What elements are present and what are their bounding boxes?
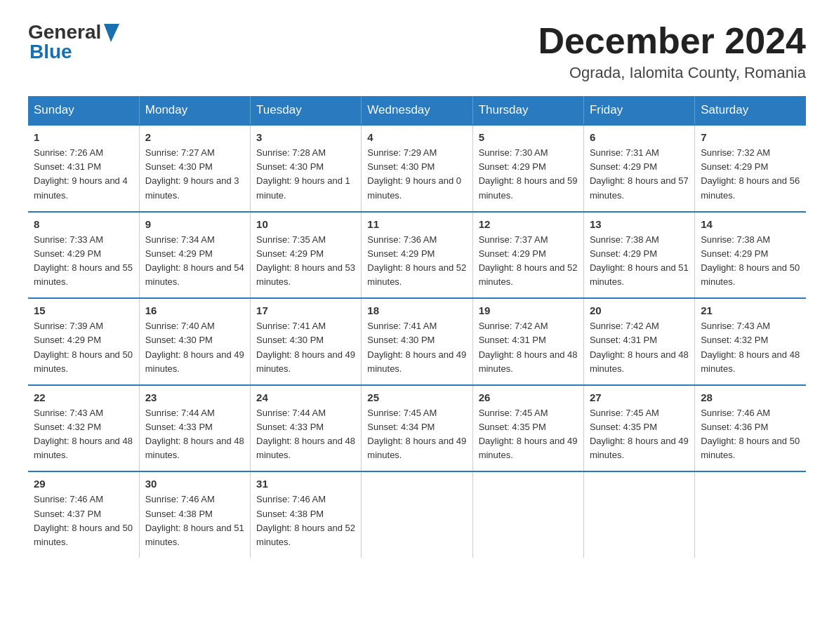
day-number: 25 bbox=[367, 391, 466, 403]
day-info: Sunrise: 7:42 AM Sunset: 4:31 PM Dayligh… bbox=[479, 319, 578, 376]
day-number: 14 bbox=[701, 218, 800, 230]
day-cell: 21 Sunrise: 7:43 AM Sunset: 4:32 PM Dayl… bbox=[695, 298, 806, 385]
day-number: 11 bbox=[367, 218, 466, 230]
day-cell: 4 Sunrise: 7:29 AM Sunset: 4:30 PM Dayli… bbox=[362, 125, 472, 212]
location-text: Ograda, Ialomita County, Romania bbox=[538, 64, 806, 82]
day-cell: 29 Sunrise: 7:46 AM Sunset: 4:37 PM Dayl… bbox=[28, 471, 139, 558]
day-number: 8 bbox=[34, 218, 133, 230]
header-friday: Friday bbox=[583, 96, 694, 125]
day-info: Sunrise: 7:35 AM Sunset: 4:29 PM Dayligh… bbox=[256, 233, 355, 290]
day-number: 18 bbox=[367, 304, 466, 316]
week-row-5: 29 Sunrise: 7:46 AM Sunset: 4:37 PM Dayl… bbox=[28, 471, 806, 558]
calendar-body: 1 Sunrise: 7:26 AM Sunset: 4:31 PM Dayli… bbox=[28, 125, 806, 558]
day-info: Sunrise: 7:37 AM Sunset: 4:29 PM Dayligh… bbox=[479, 233, 578, 290]
day-cell: 8 Sunrise: 7:33 AM Sunset: 4:29 PM Dayli… bbox=[28, 212, 139, 299]
day-number: 1 bbox=[34, 131, 133, 143]
day-cell: 12 Sunrise: 7:37 AM Sunset: 4:29 PM Dayl… bbox=[472, 212, 583, 299]
logo-arrow-icon bbox=[104, 24, 119, 42]
day-info: Sunrise: 7:26 AM Sunset: 4:31 PM Dayligh… bbox=[34, 146, 133, 203]
day-number: 13 bbox=[590, 218, 689, 230]
day-cell: 20 Sunrise: 7:42 AM Sunset: 4:31 PM Dayl… bbox=[583, 298, 694, 385]
day-cell bbox=[583, 471, 694, 558]
day-number: 29 bbox=[34, 478, 133, 490]
day-info: Sunrise: 7:45 AM Sunset: 4:35 PM Dayligh… bbox=[590, 406, 689, 463]
day-cell: 15 Sunrise: 7:39 AM Sunset: 4:29 PM Dayl… bbox=[28, 298, 139, 385]
day-cell: 1 Sunrise: 7:26 AM Sunset: 4:31 PM Dayli… bbox=[28, 125, 139, 212]
day-info: Sunrise: 7:39 AM Sunset: 4:29 PM Dayligh… bbox=[34, 319, 133, 376]
day-number: 23 bbox=[145, 391, 244, 403]
day-cell: 9 Sunrise: 7:34 AM Sunset: 4:29 PM Dayli… bbox=[139, 212, 250, 299]
day-number: 16 bbox=[145, 304, 244, 316]
day-cell: 23 Sunrise: 7:44 AM Sunset: 4:33 PM Dayl… bbox=[139, 385, 250, 472]
day-info: Sunrise: 7:43 AM Sunset: 4:32 PM Dayligh… bbox=[701, 319, 800, 376]
svg-marker-0 bbox=[104, 24, 119, 42]
day-cell: 6 Sunrise: 7:31 AM Sunset: 4:29 PM Dayli… bbox=[583, 125, 694, 212]
day-cell: 19 Sunrise: 7:42 AM Sunset: 4:31 PM Dayl… bbox=[472, 298, 583, 385]
day-info: Sunrise: 7:45 AM Sunset: 4:34 PM Dayligh… bbox=[367, 406, 466, 463]
calendar-table: SundayMondayTuesdayWednesdayThursdayFrid… bbox=[28, 96, 806, 558]
day-cell bbox=[472, 471, 583, 558]
day-info: Sunrise: 7:32 AM Sunset: 4:29 PM Dayligh… bbox=[701, 146, 800, 203]
day-info: Sunrise: 7:41 AM Sunset: 4:30 PM Dayligh… bbox=[367, 319, 466, 376]
day-info: Sunrise: 7:45 AM Sunset: 4:35 PM Dayligh… bbox=[479, 406, 578, 463]
day-info: Sunrise: 7:44 AM Sunset: 4:33 PM Dayligh… bbox=[256, 406, 355, 463]
day-info: Sunrise: 7:46 AM Sunset: 4:38 PM Dayligh… bbox=[145, 492, 244, 549]
week-row-2: 8 Sunrise: 7:33 AM Sunset: 4:29 PM Dayli… bbox=[28, 212, 806, 299]
logo: General Blue bbox=[28, 21, 119, 63]
day-info: Sunrise: 7:40 AM Sunset: 4:30 PM Dayligh… bbox=[145, 319, 244, 376]
day-cell: 13 Sunrise: 7:38 AM Sunset: 4:29 PM Dayl… bbox=[583, 212, 694, 299]
week-row-4: 22 Sunrise: 7:43 AM Sunset: 4:32 PM Dayl… bbox=[28, 385, 806, 472]
day-cell: 30 Sunrise: 7:46 AM Sunset: 4:38 PM Dayl… bbox=[139, 471, 250, 558]
day-info: Sunrise: 7:33 AM Sunset: 4:29 PM Dayligh… bbox=[34, 233, 133, 290]
day-info: Sunrise: 7:41 AM Sunset: 4:30 PM Dayligh… bbox=[256, 319, 355, 376]
header-row: SundayMondayTuesdayWednesdayThursdayFrid… bbox=[28, 96, 806, 125]
day-number: 17 bbox=[256, 304, 355, 316]
header-thursday: Thursday bbox=[472, 96, 583, 125]
day-cell: 26 Sunrise: 7:45 AM Sunset: 4:35 PM Dayl… bbox=[472, 385, 583, 472]
day-cell: 24 Sunrise: 7:44 AM Sunset: 4:33 PM Dayl… bbox=[251, 385, 362, 472]
day-number: 7 bbox=[701, 131, 800, 143]
day-cell: 28 Sunrise: 7:46 AM Sunset: 4:36 PM Dayl… bbox=[695, 385, 806, 472]
day-info: Sunrise: 7:38 AM Sunset: 4:29 PM Dayligh… bbox=[590, 233, 689, 290]
day-number: 2 bbox=[145, 131, 244, 143]
day-info: Sunrise: 7:42 AM Sunset: 4:31 PM Dayligh… bbox=[590, 319, 689, 376]
day-info: Sunrise: 7:34 AM Sunset: 4:29 PM Dayligh… bbox=[145, 233, 244, 290]
day-number: 3 bbox=[256, 131, 355, 143]
header-wednesday: Wednesday bbox=[362, 96, 472, 125]
day-number: 10 bbox=[256, 218, 355, 230]
day-number: 5 bbox=[479, 131, 578, 143]
day-info: Sunrise: 7:31 AM Sunset: 4:29 PM Dayligh… bbox=[590, 146, 689, 203]
day-cell: 22 Sunrise: 7:43 AM Sunset: 4:32 PM Dayl… bbox=[28, 385, 139, 472]
day-info: Sunrise: 7:36 AM Sunset: 4:29 PM Dayligh… bbox=[367, 233, 466, 290]
day-cell: 2 Sunrise: 7:27 AM Sunset: 4:30 PM Dayli… bbox=[139, 125, 250, 212]
day-cell: 16 Sunrise: 7:40 AM Sunset: 4:30 PM Dayl… bbox=[139, 298, 250, 385]
day-number: 30 bbox=[145, 478, 244, 490]
header-monday: Monday bbox=[139, 96, 250, 125]
day-number: 27 bbox=[590, 391, 689, 403]
header-saturday: Saturday bbox=[695, 96, 806, 125]
day-number: 20 bbox=[590, 304, 689, 316]
day-info: Sunrise: 7:46 AM Sunset: 4:36 PM Dayligh… bbox=[701, 406, 800, 463]
day-cell: 27 Sunrise: 7:45 AM Sunset: 4:35 PM Dayl… bbox=[583, 385, 694, 472]
day-cell: 18 Sunrise: 7:41 AM Sunset: 4:30 PM Dayl… bbox=[362, 298, 472, 385]
day-info: Sunrise: 7:28 AM Sunset: 4:30 PM Dayligh… bbox=[256, 146, 355, 203]
day-cell: 5 Sunrise: 7:30 AM Sunset: 4:29 PM Dayli… bbox=[472, 125, 583, 212]
day-info: Sunrise: 7:29 AM Sunset: 4:30 PM Dayligh… bbox=[367, 146, 466, 203]
day-info: Sunrise: 7:38 AM Sunset: 4:29 PM Dayligh… bbox=[701, 233, 800, 290]
week-row-1: 1 Sunrise: 7:26 AM Sunset: 4:31 PM Dayli… bbox=[28, 125, 806, 212]
header-sunday: Sunday bbox=[28, 96, 139, 125]
header-tuesday: Tuesday bbox=[251, 96, 362, 125]
logo-blue-text: Blue bbox=[29, 41, 72, 63]
day-number: 9 bbox=[145, 218, 244, 230]
day-info: Sunrise: 7:46 AM Sunset: 4:38 PM Dayligh… bbox=[256, 492, 355, 549]
day-number: 6 bbox=[590, 131, 689, 143]
day-cell: 7 Sunrise: 7:32 AM Sunset: 4:29 PM Dayli… bbox=[695, 125, 806, 212]
week-row-3: 15 Sunrise: 7:39 AM Sunset: 4:29 PM Dayl… bbox=[28, 298, 806, 385]
day-cell: 31 Sunrise: 7:46 AM Sunset: 4:38 PM Dayl… bbox=[251, 471, 362, 558]
day-info: Sunrise: 7:46 AM Sunset: 4:37 PM Dayligh… bbox=[34, 492, 133, 549]
day-number: 15 bbox=[34, 304, 133, 316]
day-info: Sunrise: 7:44 AM Sunset: 4:33 PM Dayligh… bbox=[145, 406, 244, 463]
day-cell: 11 Sunrise: 7:36 AM Sunset: 4:29 PM Dayl… bbox=[362, 212, 472, 299]
day-cell: 10 Sunrise: 7:35 AM Sunset: 4:29 PM Dayl… bbox=[251, 212, 362, 299]
day-number: 22 bbox=[34, 391, 133, 403]
